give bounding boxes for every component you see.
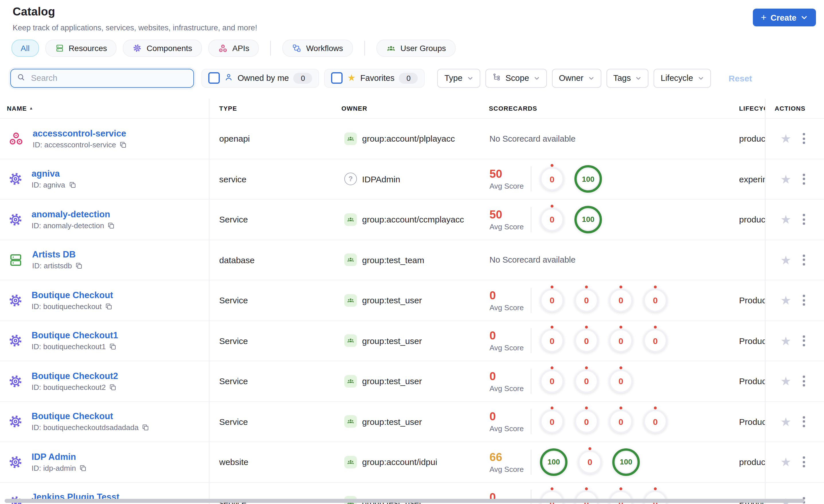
kebab-menu-icon[interactable] — [801, 172, 807, 186]
scorecard-score[interactable]: 0 — [578, 450, 602, 474]
favorites-checkbox[interactable] — [331, 72, 343, 84]
column-header-scorecards[interactable]: SCORECARDS — [488, 105, 739, 112]
scorecard-score[interactable]: 0 — [540, 208, 564, 232]
column-header-type[interactable]: TYPE — [209, 105, 336, 112]
score-divider — [531, 166, 531, 192]
entity-name-link[interactable]: anomaly-detection — [31, 209, 115, 220]
lifecycle-value: production — [739, 200, 765, 239]
star-icon[interactable]: ★ — [781, 133, 791, 145]
scorecard-score[interactable]: 0 — [575, 329, 599, 353]
scorecard-score[interactable]: 0 — [540, 329, 564, 353]
scorecard-score[interactable]: 0 — [643, 288, 667, 312]
copy-icon[interactable] — [69, 181, 76, 189]
owned-by-me-checkbox[interactable] — [208, 72, 220, 84]
scorecard-score[interactable]: 100 — [612, 449, 640, 476]
entity-type: service — [209, 159, 336, 199]
star-icon[interactable]: ★ — [781, 294, 791, 306]
search-input[interactable] — [30, 73, 188, 83]
scorecard-score[interactable]: 0 — [575, 369, 599, 393]
chevron-down-icon — [467, 75, 474, 81]
owner-dropdown[interactable]: Owner — [552, 69, 601, 88]
scorecard-score[interactable]: 100 — [540, 449, 568, 476]
kebab-menu-icon[interactable] — [801, 213, 807, 227]
owned-by-me-filter[interactable]: Owned by me 0 — [201, 69, 319, 88]
scorecard-score[interactable]: 100 — [575, 206, 602, 233]
kebab-menu-icon[interactable] — [801, 414, 807, 429]
chevron-down-icon — [588, 75, 594, 81]
gear-icon — [8, 212, 23, 227]
tab-apis[interactable]: APIs — [208, 39, 259, 57]
scorecard-score[interactable]: 0 — [609, 369, 633, 393]
copy-icon[interactable] — [108, 222, 115, 229]
kebab-menu-icon[interactable] — [801, 455, 807, 469]
copy-icon[interactable] — [80, 465, 87, 472]
scorecard-score[interactable]: 0 — [540, 167, 564, 191]
scorecard-score[interactable]: 0 — [575, 410, 599, 434]
scorecard-score[interactable]: 0 — [540, 369, 564, 393]
kebab-menu-icon[interactable] — [801, 293, 807, 307]
copy-icon[interactable] — [109, 384, 117, 391]
entity-name-link[interactable]: IDP Admin — [31, 452, 87, 462]
scorecard-score[interactable]: 0 — [643, 329, 667, 353]
entity-name-link[interactable]: Boutique Checkout — [31, 411, 149, 422]
type-dropdown[interactable]: Type — [437, 69, 480, 88]
entity-name-link[interactable]: Boutique Checkout2 — [31, 371, 118, 381]
entity-name-link[interactable]: agniva — [31, 169, 76, 179]
kebab-menu-icon[interactable] — [801, 132, 807, 146]
entity-name-link[interactable]: Boutique Checkout1 — [31, 331, 118, 341]
scorecard-score[interactable]: 0 — [540, 288, 564, 312]
lifecycle-value: production — [739, 442, 765, 482]
copy-icon[interactable] — [76, 262, 83, 270]
entity-name-link[interactable]: Artists DB — [32, 250, 83, 260]
tab-user-groups[interactable]: User Groups — [377, 39, 456, 57]
column-header-owner[interactable]: OWNER — [336, 105, 488, 112]
kebab-menu-icon[interactable] — [801, 334, 807, 348]
lifecycle-dropdown[interactable]: Lifecycle — [654, 69, 711, 88]
group-icon — [344, 132, 357, 145]
tab-components[interactable]: Components — [123, 39, 202, 57]
star-icon[interactable]: ★ — [781, 375, 791, 387]
horizontal-scrollbar[interactable] — [5, 499, 805, 503]
scorecard-score[interactable]: 0 — [540, 410, 564, 434]
column-header-lifecycle[interactable]: LIFECYCLE — [739, 105, 765, 112]
entity-name-link[interactable]: accesscontrol-service — [33, 128, 127, 139]
favorites-filter[interactable]: ★ Favorites 0 — [324, 69, 425, 88]
copy-icon[interactable] — [109, 343, 117, 351]
tab-all[interactable]: All — [11, 39, 39, 57]
tab-resources[interactable]: Resources — [45, 39, 117, 57]
scorecard-score[interactable]: 100 — [575, 165, 602, 193]
tags-dropdown[interactable]: Tags — [606, 69, 648, 88]
star-icon[interactable]: ★ — [781, 416, 791, 428]
scorecard-score[interactable]: 0 — [609, 329, 633, 353]
scorecard-score[interactable]: 0 — [643, 410, 667, 434]
scorecard-score[interactable]: 0 — [609, 410, 633, 434]
star-icon[interactable]: ★ — [781, 335, 791, 347]
catalog-table: NAME ▲ TYPE OWNER SCORECARDS LIFECYCLE A… — [0, 99, 824, 504]
star-icon[interactable]: ★ — [781, 456, 791, 468]
kebab-menu-icon[interactable] — [801, 374, 807, 388]
page-title: Catalog — [13, 5, 824, 18]
kebab-menu-icon[interactable] — [801, 253, 807, 267]
star-icon[interactable]: ★ — [781, 173, 791, 185]
scope-dropdown[interactable]: Scope — [486, 69, 547, 88]
star-icon[interactable]: ★ — [781, 254, 791, 266]
avg-score-value: 50 — [490, 168, 531, 180]
tab-resources-label: Resources — [69, 43, 107, 53]
copy-icon[interactable] — [142, 424, 149, 431]
scorecard-score[interactable]: 0 — [575, 288, 599, 312]
tab-workflows[interactable]: Workflows — [283, 39, 353, 57]
entity-id: ID: boutiquecheckout1 — [31, 343, 106, 351]
lifecycle-value — [739, 240, 765, 280]
star-icon[interactable]: ★ — [781, 214, 791, 226]
entity-name-link[interactable]: Boutique Checkout — [31, 290, 113, 300]
reset-filters-link[interactable]: Reset — [729, 73, 752, 83]
copy-icon[interactable] — [105, 303, 112, 310]
database-icon — [8, 252, 23, 268]
catalog-page: Catalog Keep track of applications, serv… — [0, 0, 824, 504]
scorecard-score[interactable]: 0 — [609, 288, 633, 312]
copy-icon[interactable] — [119, 141, 127, 148]
entity-type: Service — [209, 280, 336, 320]
create-button[interactable]: + Create — [753, 9, 816, 26]
entity-id: ID: accesscontrol-service — [33, 140, 116, 149]
column-header-name[interactable]: NAME ▲ — [0, 99, 209, 118]
